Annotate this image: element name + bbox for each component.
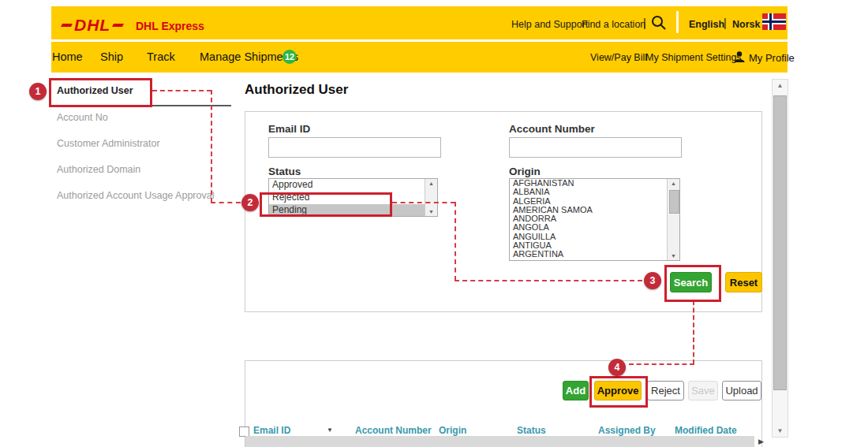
column-account-number[interactable]: Account Number bbox=[355, 425, 432, 436]
origin-listbox[interactable]: AFGHANISTAN ALBANIA ALGERIA AMERICAN SAM… bbox=[509, 178, 680, 261]
status-option-approved[interactable]: Approved bbox=[269, 179, 437, 192]
sidebar-item-customer-administrator[interactable]: Customer Administrator bbox=[57, 138, 223, 149]
nav-track[interactable]: Track bbox=[147, 50, 175, 63]
column-assigned-by[interactable]: Assigned By bbox=[598, 425, 656, 436]
step-2-badge: 2 bbox=[241, 194, 259, 211]
origin-option[interactable]: ARGENTINA bbox=[510, 250, 679, 259]
annotation-connector bbox=[455, 280, 642, 281]
step-3-badge: 3 bbox=[644, 272, 661, 289]
status-label: Status bbox=[268, 166, 301, 177]
scroll-right-icon[interactable]: ▶ bbox=[758, 438, 764, 445]
sidebar-item-authorized-domain[interactable]: Authorized Domain bbox=[57, 164, 223, 175]
scroll-down-icon[interactable]: ▼ bbox=[773, 427, 788, 434]
logo-stripe-right bbox=[112, 24, 124, 27]
account-number-input[interactable] bbox=[509, 137, 682, 158]
nav-ship[interactable]: Ship bbox=[100, 50, 123, 63]
save-button-disabled: Save bbox=[688, 381, 718, 400]
nav-home[interactable]: Home bbox=[52, 50, 83, 63]
annotation-connector bbox=[455, 202, 456, 281]
nav-my-profile[interactable]: My Profile bbox=[749, 52, 795, 64]
dhl-logo[interactable]: DHL bbox=[62, 16, 123, 35]
sidebar-item-account-no[interactable]: Account No bbox=[57, 112, 223, 123]
dhl-logo-text: DHL bbox=[74, 16, 110, 35]
nav-my-shipment-settings[interactable]: My Shipment Settings bbox=[645, 52, 742, 63]
scroll-up-icon[interactable]: ▲ bbox=[773, 82, 788, 89]
sidebar-item-authorized-account-usage-approval[interactable]: Authorized Account Usage Approval bbox=[57, 190, 223, 201]
language-english[interactable]: English bbox=[689, 19, 724, 30]
annotation-connector bbox=[152, 90, 211, 91]
scrollbar-thumb[interactable] bbox=[669, 190, 679, 214]
annotation-connector bbox=[211, 202, 241, 203]
annotation-connector bbox=[629, 363, 694, 365]
email-id-label: Email ID bbox=[268, 123, 310, 135]
column-email-id[interactable]: Email ID bbox=[253, 425, 290, 436]
find-a-location-link[interactable]: Find a location bbox=[582, 19, 645, 30]
column-origin[interactable]: Origin bbox=[439, 425, 466, 436]
annotation-box-approve bbox=[589, 376, 648, 408]
column-status[interactable]: Status bbox=[517, 425, 546, 436]
scroll-up-icon[interactable]: ▲ bbox=[425, 181, 437, 186]
annotation-box-authorized-user bbox=[49, 78, 152, 107]
scroll-up-icon[interactable]: ▲ bbox=[668, 181, 679, 186]
origin-option[interactable]: ALBANIA bbox=[510, 188, 679, 196]
reset-button[interactable]: Reset bbox=[725, 272, 762, 292]
annotation-box-search bbox=[664, 265, 721, 302]
step-4-badge: 4 bbox=[608, 359, 626, 376]
step-1-badge: 1 bbox=[29, 83, 47, 100]
brand-suffix: DHL Express bbox=[136, 20, 204, 32]
page-title: Authorized User bbox=[245, 82, 348, 98]
account-number-label: Account Number bbox=[509, 123, 595, 135]
scroll-down-icon[interactable]: ▼ bbox=[668, 253, 679, 259]
header-divider bbox=[676, 11, 679, 33]
reject-button[interactable]: Reject bbox=[647, 381, 684, 400]
vertical-scrollbar-thumb[interactable] bbox=[773, 95, 787, 390]
manage-shipments-count-badge: 12 bbox=[282, 50, 297, 64]
annotation-connector bbox=[392, 202, 455, 203]
language-norsk[interactable]: Norsk bbox=[732, 19, 760, 30]
origin-listbox-scrollbar[interactable]: ▲ ▼ bbox=[667, 179, 679, 260]
logo-stripe-left bbox=[61, 24, 73, 27]
sort-arrow-icon[interactable]: ▼ bbox=[327, 427, 333, 434]
user-profile-icon bbox=[733, 50, 746, 63]
annotation-box-pending bbox=[260, 192, 392, 217]
search-icon[interactable] bbox=[650, 14, 668, 32]
add-button[interactable]: Add bbox=[563, 381, 589, 400]
scroll-down-icon[interactable]: ▼ bbox=[425, 209, 437, 214]
norway-flag-icon[interactable] bbox=[762, 13, 786, 30]
email-id-input[interactable] bbox=[268, 137, 441, 158]
annotation-connector bbox=[211, 90, 212, 203]
utility-separator: | bbox=[643, 17, 646, 29]
dhl-express-admin-page: DHL DHL Express Help and Support Find a … bbox=[0, 0, 868, 447]
status-listbox-scrollbar[interactable]: ▲ ▼ bbox=[425, 179, 437, 216]
column-modified-date[interactable]: Modified Date bbox=[675, 425, 737, 436]
language-separator: | bbox=[724, 17, 727, 29]
nav-view-pay-bill[interactable]: View/Pay Bill bbox=[590, 52, 647, 63]
origin-label: Origin bbox=[509, 166, 541, 177]
upload-button[interactable]: Upload bbox=[722, 381, 761, 400]
empty-table-row bbox=[245, 436, 754, 447]
help-and-support-link[interactable]: Help and Support bbox=[511, 19, 588, 30]
annotation-connector bbox=[693, 300, 694, 364]
